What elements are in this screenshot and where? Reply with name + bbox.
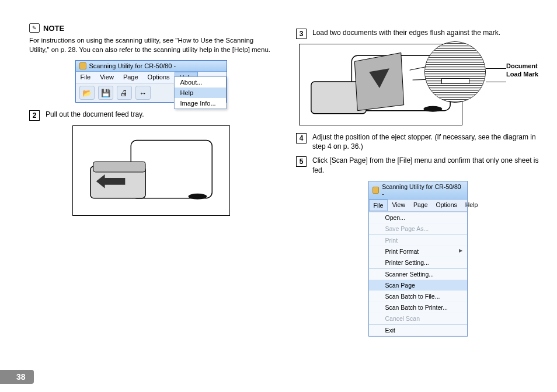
file-exit-item[interactable]: Exit — [369, 324, 467, 336]
left-column: ✎ NOTE For instructions on using the sca… — [29, 23, 273, 337]
step-2-text: Pull out the document feed tray. — [46, 110, 144, 121]
file-print-item[interactable]: Print — [369, 235, 467, 246]
right-column: 3 Load two documents with their edges fl… — [296, 23, 539, 337]
menu-options[interactable]: Options — [143, 72, 175, 83]
file-scan-page-item[interactable]: Scan Page — [369, 280, 467, 291]
file-scan-batch-file-item[interactable]: Scan Batch to File... — [369, 291, 467, 302]
file-scanner-setting-item[interactable]: Scanner Setting... — [369, 268, 467, 280]
step-4-text: Adjust the position of the eject stopper… — [312, 132, 539, 151]
page-number-badge: 38 — [0, 370, 34, 384]
help-image-info-item[interactable]: Image Info... — [175, 98, 226, 108]
help-help-item[interactable]: Help — [175, 88, 226, 98]
menu-help[interactable]: Help — [461, 200, 482, 211]
step-5-number: 5 — [296, 156, 307, 167]
svg-point-4 — [188, 194, 207, 200]
scanning-utility-window-help: Scanning Utility for CR-50/80 - File Vie… — [75, 60, 227, 103]
figure-feed-tray — [72, 125, 230, 216]
menu-file[interactable]: File — [76, 72, 96, 83]
step-2-number: 2 — [29, 110, 40, 121]
menu-page[interactable]: Page — [409, 200, 432, 211]
file-scan-batch-printer-item[interactable]: Scan Batch to Printer... — [369, 302, 467, 313]
step-4: 4 Adjust the position of the eject stopp… — [296, 132, 539, 151]
step-5: 5 Click [Scan Page] from the [File] menu… — [296, 156, 539, 174]
file-cancel-scan-item[interactable]: Cancel Scan — [369, 313, 467, 324]
document-load-mark-label: Document Load Mark — [506, 62, 553, 79]
note-icon: ✎ — [29, 23, 40, 33]
scanning-utility-window-file: Scanning Utility for CR-50/80 - File Vie… — [368, 181, 468, 337]
figure-load-mark: Document Load Mark — [299, 44, 532, 125]
menubar: File View Page Options Help — [369, 200, 467, 212]
print-icon[interactable]: 🖨 — [117, 86, 132, 100]
save-icon[interactable]: 💾 — [98, 86, 113, 100]
step-2: 2 Pull out the document feed tray. — [29, 110, 273, 121]
file-printer-setting-item[interactable]: Printer Setting... — [369, 257, 467, 268]
file-dropdown: Open... Save Page As... Print Print Form… — [369, 212, 467, 336]
menu-view[interactable]: View — [388, 200, 409, 211]
help-dropdown: About... Help Image Info... — [174, 76, 227, 109]
step-5-text: Click [Scan Page] from the [File] menu a… — [312, 156, 539, 174]
magnifier-circle — [424, 41, 486, 103]
page-number: 38 — [0, 370, 34, 384]
leader-line — [486, 68, 506, 69]
step-4-number: 4 — [296, 133, 307, 144]
svg-rect-2 — [93, 162, 145, 172]
menu-file[interactable]: File — [369, 200, 388, 211]
step-3-text: Load two documents with their edges flus… — [312, 28, 500, 39]
file-save-as-item[interactable]: Save Page As... — [369, 223, 467, 235]
note-label: NOTE — [43, 24, 64, 33]
help-about-item[interactable]: About... — [175, 77, 226, 88]
menu-page[interactable]: Page — [119, 72, 143, 83]
window-title: Scanning Utility for CR-50/80 - — [382, 183, 463, 197]
window-title: Scanning Utility for CR-50/80 - — [89, 62, 176, 69]
file-print-format-item[interactable]: Print Format — [369, 246, 467, 257]
window-titlebar: Scanning Utility for CR-50/80 - — [369, 181, 467, 200]
menu-options[interactable]: Options — [432, 200, 461, 211]
arrows-icon[interactable]: ↔ — [135, 86, 151, 100]
open-icon[interactable]: 📂 — [79, 86, 95, 100]
step-3: 3 Load two documents with their edges fl… — [296, 28, 539, 39]
app-icon — [373, 187, 380, 194]
step-3-number: 3 — [296, 29, 307, 39]
app-icon — [79, 62, 86, 69]
note-heading: ✎ NOTE — [29, 23, 273, 33]
note-body: For instructions on using the scanning u… — [29, 36, 273, 54]
menu-view[interactable]: View — [95, 72, 119, 83]
leader-line — [486, 82, 506, 82]
svg-point-9 — [423, 106, 442, 112]
file-open-item[interactable]: Open... — [369, 212, 467, 223]
window-titlebar: Scanning Utility for CR-50/80 - — [76, 61, 227, 72]
